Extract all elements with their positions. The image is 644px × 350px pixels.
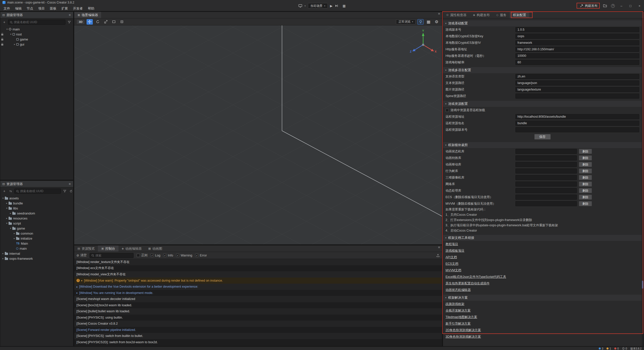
section-header[interactable]: ▾框架解决方案: [443, 295, 642, 301]
assets-filter-icon[interactable]: [62, 189, 67, 194]
tree-row[interactable]: ▾root: [0, 32, 73, 37]
sort-assets-icon[interactable]: [8, 189, 13, 194]
doc-link[interactable]: 战旗游戏框架: [446, 302, 464, 306]
expand-chevron-icon[interactable]: ▸: [76, 285, 78, 288]
chevron-right-icon[interactable]: ▸: [13, 232, 16, 235]
log-row[interactable]: [Scene] [PHYSICS]: using builtin.: [74, 315, 442, 321]
chevron-right-icon[interactable]: ▸: [13, 43, 16, 46]
property-input[interactable]: oops: [515, 34, 639, 39]
doc-link[interactable]: 游戏模板项目: [446, 249, 464, 253]
rotate-tool-icon[interactable]: [95, 19, 101, 25]
property-input[interactable]: zh,en: [515, 74, 639, 79]
property-input[interactable]: language/texture: [515, 87, 639, 92]
play-button[interactable]: ▶: [330, 4, 333, 8]
section-header[interactable]: ▾游戏资源配置: [443, 101, 642, 107]
property-input[interactable]: [515, 127, 639, 132]
log-row[interactable]: [Scene] meshopt wasm decoder initialized: [74, 296, 442, 302]
tab-asset-preview[interactable]: ▤资源预览: [74, 245, 98, 252]
module-input[interactable]: [515, 162, 577, 167]
log-count-badge[interactable]: 3: [599, 347, 603, 350]
chevron-down-icon[interactable]: ▾: [9, 227, 12, 230]
refresh-assets-icon[interactable]: [68, 189, 73, 194]
scene-select[interactable]: 当前场景 ▾: [308, 3, 328, 9]
preview-dropdown-chevron-icon[interactable]: ▾: [305, 5, 306, 7]
doc-link[interactable]: Tiledmap地图解决方案: [446, 315, 477, 319]
delete-button[interactable]: 删除: [579, 195, 592, 200]
log-row[interactable]: [Scene] Forward render pipeline initiali…: [74, 327, 442, 333]
menu-item[interactable]: 编辑: [13, 6, 24, 12]
lock-icon[interactable]: [0, 43, 4, 46]
regex-checkbox[interactable]: [137, 254, 140, 257]
rect-tool-icon[interactable]: [111, 19, 117, 25]
log-row[interactable]: [Scene] Cocos Creator v3.8.2: [74, 321, 442, 327]
tree-row[interactable]: TSMain: [0, 241, 73, 246]
chevron-down-icon[interactable]: ▾: [1, 197, 5, 199]
chevron-right-icon[interactable]: ▸: [9, 212, 12, 214]
tree-row[interactable]: ▸initialize: [0, 236, 73, 241]
axis-gizmo[interactable]: Y X Z: [407, 29, 439, 59]
menu-item[interactable]: 帮助: [85, 6, 97, 12]
panel-menu-icon[interactable]: ≡: [68, 13, 71, 17]
tree-row[interactable]: game: [0, 37, 73, 42]
close-button[interactable]: ×: [637, 4, 642, 8]
module-input[interactable]: [515, 149, 577, 154]
tree-row[interactable]: main: [0, 246, 73, 251]
tree-row[interactable]: ▾script: [0, 221, 73, 226]
tab-framework-config[interactable]: 框架配置: [510, 12, 529, 18]
doc-link[interactable]: 2D角色扮演游戏解决方案: [446, 328, 481, 332]
tree-row[interactable]: ▾main: [0, 27, 73, 32]
clear-console-button[interactable]: ⊘ 清空: [76, 253, 87, 257]
log-row[interactable]: [Scene] [PHYSICS]: switch from builtin t…: [74, 333, 442, 339]
delete-button[interactable]: 删除: [579, 149, 592, 154]
section-header[interactable]: ▾框架模块裁剪: [443, 142, 642, 148]
lock-icon[interactable]: [0, 38, 4, 40]
tab-inspector[interactable]: ⊙属性检查器: [443, 12, 470, 18]
property-input[interactable]: http://192.168.0.150/main/: [515, 47, 639, 52]
chevron-down-icon[interactable]: ▾: [9, 33, 13, 35]
doc-link[interactable]: MVVM文档: [446, 268, 461, 273]
menu-item[interactable]: 面板: [47, 6, 59, 12]
log-row[interactable]: [Scene] [box2d]:box2d wasm lib loaded.: [74, 302, 442, 309]
doc-link[interactable]: 全栈开发解决方案: [446, 309, 471, 313]
tree-row[interactable]: ▸oops-framework: [0, 256, 73, 261]
tree-row[interactable]: ▸bundle: [0, 201, 73, 206]
chevron-right-icon[interactable]: ▸: [1, 252, 5, 255]
step-button[interactable]: [335, 4, 338, 8]
export-log-icon[interactable]: [436, 254, 440, 257]
regex-toggle[interactable]: 正则: [137, 253, 147, 257]
module-input[interactable]: [515, 182, 577, 187]
filter-checkbox[interactable]: [163, 254, 167, 257]
menu-item[interactable]: 扩展: [59, 6, 70, 12]
lock-icon[interactable]: [0, 33, 4, 35]
create-node-button[interactable]: +: [2, 20, 7, 25]
light-toggle-icon[interactable]: [417, 19, 424, 25]
scale-tool-icon[interactable]: [103, 19, 109, 25]
move-tool-icon[interactable]: [87, 19, 93, 25]
assets-search-input[interactable]: [20, 189, 59, 193]
expand-chevron-icon[interactable]: ▸: [81, 279, 83, 282]
filter-checkbox[interactable]: [150, 254, 154, 257]
chevron-down-icon[interactable]: ▾: [5, 222, 9, 225]
module-input[interactable]: [515, 195, 577, 200]
panel-menu-icon[interactable]: ≡: [68, 182, 71, 186]
tree-row[interactable]: ▾game: [0, 226, 73, 231]
menu-item[interactable]: 文件: [1, 6, 13, 12]
log-row[interactable]: [Window] model_view文件夹不存在: [74, 271, 442, 278]
doc-link[interactable]: 3D角色扮演游戏解决方案: [446, 335, 481, 339]
property-input[interactable]: 60: [515, 60, 639, 65]
hierarchy-filter-icon[interactable]: [67, 20, 72, 25]
toggle-3d-button[interactable]: 3D: [76, 19, 85, 24]
log-row[interactable]: [Window] ecs文件夹不存在: [74, 265, 442, 272]
tab-console[interactable]: ▣控制台: [98, 245, 118, 252]
property-input[interactable]: 1.0.5: [515, 27, 639, 32]
tab-animation-editor[interactable]: ◈动画编辑器: [118, 245, 145, 252]
chevron-right-icon[interactable]: ▸: [5, 217, 9, 220]
module-input[interactable]: [515, 201, 577, 206]
create-asset-button[interactable]: +: [2, 189, 7, 194]
preview-platform-icon[interactable]: [298, 4, 302, 8]
filter-log[interactable]: Log: [150, 254, 160, 257]
filter-info[interactable]: Info: [163, 254, 173, 257]
help-icon[interactable]: ?: [611, 4, 615, 8]
tree-row[interactable]: ▸resources: [0, 216, 73, 221]
console-search-input[interactable]: [95, 254, 132, 257]
